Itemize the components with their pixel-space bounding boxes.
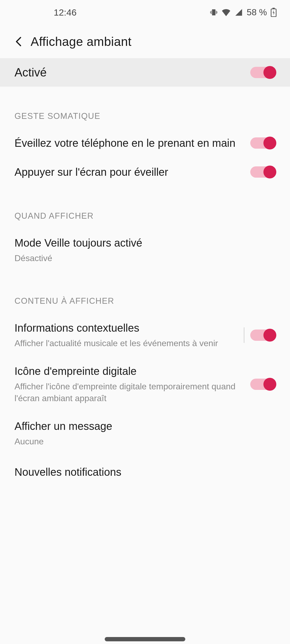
item-title: Afficher un message (15, 419, 267, 433)
section-header-gesture: GESTE SOMATIQUE (15, 87, 276, 129)
master-toggle-label: Activé (15, 66, 47, 79)
item-subtitle: Aucune (15, 436, 267, 447)
status-icons: 58 % (210, 7, 277, 17)
item-always-on[interactable]: Mode Veille toujours activé Désactivé (15, 228, 276, 272)
master-toggle-switch[interactable] (250, 67, 276, 78)
master-toggle-row[interactable]: Activé (0, 58, 290, 87)
item-title: Appuyer sur l'écran pour éveiller (15, 165, 242, 179)
item-new-notifications[interactable]: Nouvelles notifications (15, 455, 276, 482)
item-title: Informations contextuelles (15, 321, 236, 335)
nav-handle[interactable] (105, 637, 185, 641)
item-subtitle: Afficher l'actualité musicale et les évé… (15, 338, 236, 349)
section-header-when: QUAND AFFICHER (15, 186, 276, 228)
toggle-wake-on-pickup[interactable] (250, 137, 276, 149)
section-header-content: CONTENU À AFFICHER (15, 272, 276, 313)
item-wake-on-pickup[interactable]: Éveillez votre téléphone en le prenant e… (15, 129, 276, 158)
battery-charging-icon (271, 8, 277, 17)
wifi-icon (222, 8, 231, 16)
item-fingerprint-icon[interactable]: Icône d'empreinte digitale Afficher l'ic… (15, 357, 276, 411)
item-show-message[interactable]: Afficher un message Aucune (15, 412, 276, 455)
item-title: Icône d'empreinte digitale (15, 364, 242, 378)
status-time: 12:46 (54, 7, 77, 18)
toggle-contextual-info[interactable] (250, 330, 276, 341)
toggle-fingerprint-icon[interactable] (250, 379, 276, 390)
item-contextual-info[interactable]: Informations contextuelles Afficher l'ac… (15, 313, 276, 357)
battery-percent: 58 % (247, 7, 267, 17)
page-title: Affichage ambiant (31, 34, 132, 49)
vibrate-icon (210, 8, 218, 16)
toggle-tap-to-wake[interactable] (250, 166, 276, 178)
item-tap-to-wake[interactable]: Appuyer sur l'écran pour éveiller (15, 158, 276, 186)
item-title: Éveillez votre téléphone en le prenant e… (15, 136, 242, 150)
divider-icon (244, 327, 244, 343)
status-bar: 12:46 58 % (0, 0, 290, 25)
header: Affichage ambiant (0, 25, 290, 58)
item-title: Mode Veille toujours activé (15, 236, 267, 250)
item-subtitle: Afficher l'icône d'empreinte digitale te… (15, 381, 242, 404)
back-button[interactable] (15, 36, 23, 47)
item-title: Nouvelles notifications (15, 465, 267, 479)
svg-rect-1 (273, 8, 275, 9)
item-subtitle: Désactivé (15, 253, 267, 264)
cellular-icon (234, 8, 243, 16)
